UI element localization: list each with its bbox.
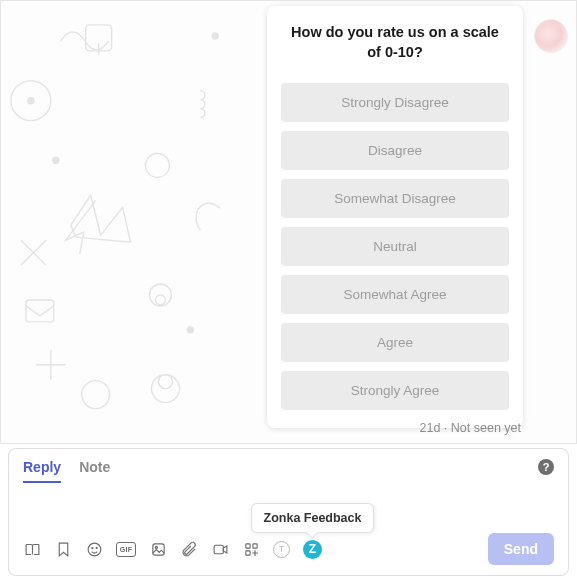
svg-point-10: [212, 33, 218, 39]
svg-point-14: [96, 547, 97, 548]
option-disagree[interactable]: Disagree: [281, 131, 509, 170]
composer: Reply Note ? GIF T Z Zonka Feedback Send: [8, 448, 569, 576]
apps-icon[interactable]: [242, 540, 260, 558]
svg-rect-20: [245, 550, 249, 554]
svg-point-11: [187, 327, 193, 333]
composer-toolbar: GIF T Z Zonka Feedback Send: [23, 533, 554, 565]
svg-point-13: [91, 547, 92, 548]
survey-title: How do you rate us on a scale of 0-10?: [281, 22, 509, 63]
message-meta: 21d · Not seen yet: [420, 421, 521, 435]
composer-tabs: Reply Note ?: [9, 449, 568, 483]
option-neutral[interactable]: Neutral: [281, 227, 509, 266]
svg-point-3: [82, 381, 110, 409]
svg-point-16: [155, 546, 157, 548]
emoji-icon[interactable]: [85, 540, 103, 558]
svg-rect-15: [152, 543, 163, 554]
book-icon[interactable]: [23, 540, 41, 558]
svg-point-9: [53, 157, 59, 163]
seen-status: Not seen yet: [451, 421, 521, 435]
image-icon[interactable]: [149, 540, 167, 558]
survey-card: How do you rate us on a scale of 0-10? S…: [267, 6, 523, 428]
text-icon[interactable]: T: [273, 541, 290, 558]
svg-rect-4: [26, 300, 54, 322]
avatar[interactable]: [534, 19, 568, 53]
zonka-tooltip: Zonka Feedback: [251, 503, 375, 533]
svg-rect-17: [214, 545, 223, 554]
option-strongly-disagree[interactable]: Strongly Disagree: [281, 83, 509, 122]
bookmark-icon[interactable]: [54, 540, 72, 558]
chat-area: How do you rate us on a scale of 0-10? S…: [0, 0, 577, 444]
tab-reply[interactable]: Reply: [23, 459, 61, 483]
svg-point-2: [145, 153, 169, 177]
attachment-icon[interactable]: [180, 540, 198, 558]
svg-rect-18: [245, 543, 249, 547]
video-icon[interactable]: [211, 540, 229, 558]
tab-note[interactable]: Note: [79, 459, 110, 483]
timestamp: 21d: [420, 421, 441, 435]
svg-point-12: [88, 543, 101, 556]
option-strongly-agree[interactable]: Strongly Agree: [281, 371, 509, 410]
help-icon[interactable]: ?: [538, 459, 554, 475]
gif-icon[interactable]: GIF: [116, 542, 136, 557]
tool-icons: GIF T Z Zonka Feedback: [23, 540, 322, 559]
option-somewhat-disagree[interactable]: Somewhat Disagree: [281, 179, 509, 218]
option-agree[interactable]: Agree: [281, 323, 509, 362]
svg-rect-19: [252, 543, 256, 547]
svg-point-1: [28, 98, 34, 104]
send-button[interactable]: Send: [488, 533, 554, 565]
zonka-icon[interactable]: Z Zonka Feedback: [303, 540, 322, 559]
option-somewhat-agree[interactable]: Somewhat Agree: [281, 275, 509, 314]
